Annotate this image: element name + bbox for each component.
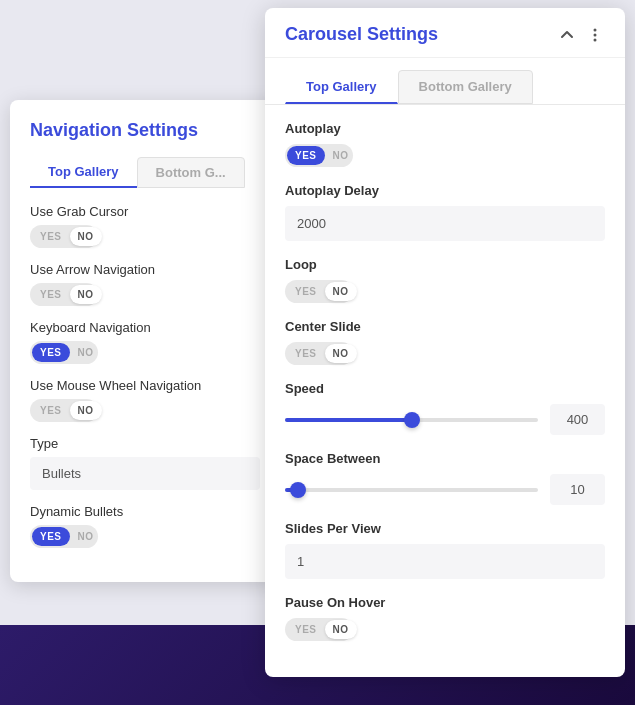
toggle-yes-label: YES [287, 620, 325, 639]
label-pause-on-hover: Pause On Hover [285, 595, 605, 610]
setting-autoplay: Autoplay YES NO [285, 121, 605, 167]
carousel-panel-body: Autoplay YES NO Autoplay Delay Loop YES … [265, 105, 625, 677]
label-autoplay-delay: Autoplay Delay [285, 183, 605, 198]
speed-slider-fill [285, 418, 412, 422]
toggle-yes-label: YES [287, 146, 325, 165]
nav-tab-top-gallery[interactable]: Top Gallery [30, 157, 137, 188]
toggle-yes-label: YES [32, 527, 70, 546]
label-type: Type [30, 436, 260, 451]
label-dynamic-bullets: Dynamic Bullets [30, 504, 260, 519]
setting-keyboard-navigation: Keyboard Navigation YES NO [30, 320, 260, 364]
carousel-tabs-row: Top Gallery Bottom Gallery [265, 58, 625, 105]
toggle-mouse-wheel-navigation[interactable]: YES NO [30, 399, 98, 422]
setting-type: Type [30, 436, 260, 490]
toggle-autoplay[interactable]: YES NO [285, 144, 353, 167]
tab-bottom-gallery[interactable]: Bottom Gallery [398, 70, 533, 104]
autoplay-delay-input[interactable] [285, 206, 605, 241]
toggle-center-slide[interactable]: YES NO [285, 342, 353, 365]
toggle-no-label: NO [325, 620, 357, 639]
space-slider-row [285, 474, 605, 505]
carousel-panel-header: Carousel Settings [265, 8, 625, 58]
toggle-no-label: NO [70, 527, 102, 546]
space-slider-container[interactable] [285, 480, 538, 500]
setting-space-between: Space Between [285, 451, 605, 505]
space-slider-thumb[interactable] [290, 482, 306, 498]
setting-center-slide: Center Slide YES NO [285, 319, 605, 365]
label-center-slide: Center Slide [285, 319, 605, 334]
carousel-panel-title: Carousel Settings [285, 24, 438, 45]
slides-per-view-input[interactable] [285, 544, 605, 579]
svg-point-0 [594, 28, 597, 31]
svg-point-1 [594, 33, 597, 36]
collapse-icon[interactable] [557, 25, 577, 45]
space-value-input[interactable] [550, 474, 605, 505]
carousel-settings-panel: Carousel Settings Top Gallery Bottom Gal… [265, 8, 625, 677]
label-loop: Loop [285, 257, 605, 272]
setting-slides-per-view: Slides Per View [285, 521, 605, 579]
toggle-no-label: NO [325, 344, 357, 363]
setting-pause-on-hover: Pause On Hover YES NO [285, 595, 605, 641]
speed-slider-container[interactable] [285, 410, 538, 430]
toggle-yes-label: YES [287, 344, 325, 363]
tab-top-gallery[interactable]: Top Gallery [285, 70, 398, 104]
svg-point-2 [594, 38, 597, 41]
setting-autoplay-delay: Autoplay Delay [285, 183, 605, 241]
toggle-keyboard-navigation[interactable]: YES NO [30, 341, 98, 364]
toggle-yes-label: YES [32, 343, 70, 362]
speed-slider-row [285, 404, 605, 435]
toggle-no-label: NO [325, 282, 357, 301]
more-options-icon[interactable] [585, 25, 605, 45]
toggle-pause-on-hover[interactable]: YES NO [285, 618, 353, 641]
speed-value-input[interactable] [550, 404, 605, 435]
label-speed: Speed [285, 381, 605, 396]
type-input[interactable] [30, 457, 260, 490]
setting-use-arrow-navigation: Use Arrow Navigation YES NO [30, 262, 260, 306]
setting-use-grab-cursor: Use Grab Cursor YES NO [30, 204, 260, 248]
toggle-yes-label: YES [287, 282, 325, 301]
speed-slider-track [285, 418, 538, 422]
label-slides-per-view: Slides Per View [285, 521, 605, 536]
setting-mouse-wheel-navigation: Use Mouse Wheel Navigation YES NO [30, 378, 260, 422]
toggle-yes-label: YES [32, 285, 70, 304]
panel-header-icons [557, 25, 605, 45]
toggle-no-label: NO [70, 343, 102, 362]
toggle-no-label: NO [70, 285, 102, 304]
setting-dynamic-bullets: Dynamic Bullets YES NO [30, 504, 260, 548]
nav-tabs-row: Top Gallery Bottom G... [30, 157, 260, 188]
label-use-grab-cursor: Use Grab Cursor [30, 204, 260, 219]
toggle-no-label: NO [70, 227, 102, 246]
setting-speed: Speed [285, 381, 605, 435]
toggle-use-grab-cursor[interactable]: YES NO [30, 225, 98, 248]
label-space-between: Space Between [285, 451, 605, 466]
toggle-loop[interactable]: YES NO [285, 280, 353, 303]
setting-loop: Loop YES NO [285, 257, 605, 303]
space-slider-track [285, 488, 538, 492]
nav-tab-bottom-gallery[interactable]: Bottom G... [137, 157, 245, 188]
speed-slider-thumb[interactable] [404, 412, 420, 428]
toggle-yes-label: YES [32, 401, 70, 420]
label-use-arrow-navigation: Use Arrow Navigation [30, 262, 260, 277]
toggle-no-label: NO [70, 401, 102, 420]
toggle-yes-label: YES [32, 227, 70, 246]
label-mouse-wheel-navigation: Use Mouse Wheel Navigation [30, 378, 260, 393]
navigation-settings-panel: Navigation Settings Top Gallery Bottom G… [10, 100, 280, 582]
nav-panel-title: Navigation Settings [30, 120, 260, 141]
toggle-use-arrow-navigation[interactable]: YES NO [30, 283, 98, 306]
toggle-dynamic-bullets[interactable]: YES NO [30, 525, 98, 548]
toggle-no-label: NO [325, 146, 357, 165]
label-autoplay: Autoplay [285, 121, 605, 136]
label-keyboard-navigation: Keyboard Navigation [30, 320, 260, 335]
